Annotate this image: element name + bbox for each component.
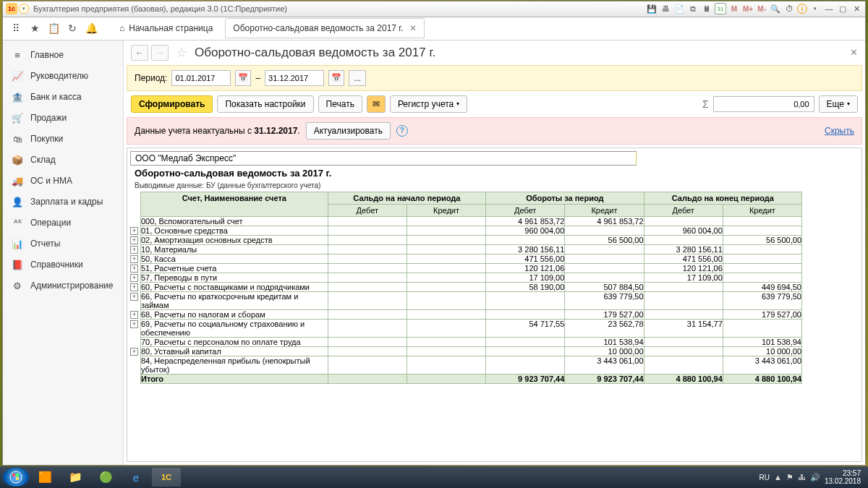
sidebar-item-7[interactable]: 👤Зарплата и кадры: [3, 192, 123, 213]
cell-to-dt: 54 717,55: [486, 319, 565, 337]
update-button[interactable]: Актуализировать: [306, 122, 391, 140]
help-icon[interactable]: ?: [396, 125, 408, 137]
expand-button[interactable]: +: [130, 274, 138, 282]
sidebar-item-8[interactable]: ᴬᴷОперации: [3, 213, 123, 234]
report-area[interactable]: ООО "Медлаб Экспресс" Оборотно-сальдовая…: [127, 147, 862, 462]
sidebar-item-3[interactable]: 🛒Продажи: [3, 108, 123, 129]
cell-to-kt: 507 884,50: [565, 282, 644, 291]
generate-button[interactable]: Сформировать: [131, 95, 213, 113]
tb-calc-icon[interactable]: 🖩: [701, 3, 712, 14]
show-settings-button[interactable]: Показать настройки: [217, 95, 313, 113]
tray-action-icon[interactable]: ⚑: [786, 473, 793, 482]
warning-bar: Данные учета неактуальны с 31.12.2017. А…: [127, 117, 862, 145]
sidebar-icon: 🚚: [12, 176, 23, 187]
report-tab[interactable]: Оборотно-сальдовая ведомость за 2017 г. …: [225, 18, 424, 38]
window-maximize-icon[interactable]: ▢: [837, 3, 848, 14]
tray-flag-icon[interactable]: ▲: [774, 473, 782, 481]
tray-sound-icon[interactable]: 🔊: [810, 473, 820, 482]
sidebar-label: Отчеты: [30, 239, 60, 249]
period-to-calendar-icon[interactable]: 📅: [328, 70, 344, 86]
tb-zoom-icon[interactable]: 🔍: [770, 3, 781, 14]
window-close-icon[interactable]: ✕: [851, 3, 862, 14]
cell-to-dt: [486, 291, 565, 309]
taskbar-media-icon[interactable]: 🟧: [30, 468, 59, 487]
tb-info-icon[interactable]: i: [797, 4, 807, 14]
nav-forward-button[interactable]: →: [151, 45, 169, 61]
taskbar-1c-icon[interactable]: 1C: [152, 468, 181, 487]
cell-total-label: Итого: [141, 374, 328, 383]
sidebar-item-11[interactable]: ⚙Администрирование: [3, 275, 123, 296]
expand-button[interactable]: +: [130, 265, 138, 273]
expand-button[interactable]: +: [130, 236, 138, 244]
tb-calendar-icon[interactable]: 31: [715, 3, 726, 14]
sidebar-item-1[interactable]: 📈Руководителю: [3, 66, 123, 87]
expand-button[interactable]: +: [130, 348, 138, 356]
cell-se-dt: 120 121,06: [644, 263, 723, 273]
expand-button[interactable]: +: [130, 311, 138, 319]
register-button[interactable]: Регистр учета ▾: [390, 95, 467, 113]
sidebar-item-10[interactable]: 📕Справочники: [3, 254, 123, 275]
history-icon[interactable]: ↻: [64, 20, 81, 37]
period-to-input[interactable]: [265, 70, 324, 86]
sidebar-icon: 📕: [12, 260, 23, 270]
bell-icon[interactable]: 🔔: [82, 20, 100, 37]
home-label: Начальная страница: [129, 23, 213, 33]
tb-dd-icon[interactable]: ▾: [809, 3, 821, 14]
favorite-star-icon[interactable]: ☆: [176, 45, 187, 61]
sidebar-item-5[interactable]: 📦Склад: [3, 150, 123, 171]
cell-to-dt: 17 109,00: [486, 273, 565, 282]
tb-clock-icon[interactable]: ⏱: [783, 3, 795, 14]
warning-text: Данные учета неактуальны с 31.12.2017.: [135, 126, 300, 136]
clipboard-icon[interactable]: 📋: [45, 20, 62, 37]
tab-close-icon[interactable]: ✕: [409, 23, 417, 33]
tb-m-plus-icon[interactable]: M+: [742, 3, 754, 14]
mail-button[interactable]: ✉: [367, 95, 386, 113]
taskbar-ie-icon[interactable]: e: [122, 468, 150, 487]
period-from-calendar-icon[interactable]: 📅: [235, 70, 251, 86]
taskbar-explorer-icon[interactable]: 📁: [61, 468, 90, 487]
period-picker-button[interactable]: ...: [349, 70, 366, 86]
app-menu-dropdown[interactable]: ▾: [19, 4, 29, 14]
more-button[interactable]: Еще ▾: [819, 95, 858, 113]
tb-m-minus-icon[interactable]: M-: [756, 3, 767, 14]
tb-compare-icon[interactable]: ⧉: [687, 3, 699, 14]
home-tab[interactable]: ⌂ Начальная страница: [111, 20, 221, 37]
expand-button[interactable]: +: [130, 246, 138, 254]
page-title: Оборотно-сальдовая ведомость за 2017 г.: [195, 46, 435, 60]
taskbar-chrome-icon[interactable]: 🟢: [91, 468, 120, 487]
tb-m-icon[interactable]: M: [728, 3, 740, 14]
cell-se-kt: [723, 263, 801, 273]
page-close-icon[interactable]: ✕: [850, 47, 858, 58]
apps-grid-icon[interactable]: ⠿: [7, 20, 25, 37]
tb-print-icon[interactable]: 🖶: [660, 3, 671, 14]
nav-back-button[interactable]: ←: [131, 45, 148, 61]
window-minimize-icon[interactable]: —: [823, 3, 835, 14]
sidebar-item-4[interactable]: 🛍Покупки: [3, 129, 123, 150]
sum-input[interactable]: [713, 96, 814, 112]
start-button[interactable]: [3, 468, 29, 487]
expand-button[interactable]: +: [130, 227, 138, 235]
print-button[interactable]: Печать: [318, 95, 362, 113]
cell-sb-kt: [407, 226, 485, 235]
cell-to-dt: 960 004,00: [486, 226, 565, 235]
sidebar-item-0[interactable]: ≡Главное: [3, 45, 123, 66]
sidebar-item-2[interactable]: 🏦Банк и касса: [3, 87, 123, 108]
tray-clock[interactable]: 23:57 13.02.2018: [825, 469, 861, 485]
sidebar-item-6[interactable]: 🚚ОС и НМА: [3, 171, 123, 192]
app-toolbar: ⠿ ★ 📋 ↻ 🔔 ⌂ Начальная страница Оборотно-…: [3, 17, 865, 40]
sidebar-icon: 📦: [12, 155, 23, 166]
expand-button[interactable]: +: [130, 293, 138, 301]
cell-to-dt: 120 121,06: [486, 263, 565, 273]
period-from-input[interactable]: [171, 70, 231, 86]
star-icon[interactable]: ★: [26, 20, 43, 37]
expand-button[interactable]: +: [130, 283, 138, 291]
tb-save-icon[interactable]: 💾: [646, 3, 658, 14]
tb-doc-icon[interactable]: 📄: [673, 3, 685, 14]
tray-network-icon[interactable]: 🖧: [798, 473, 806, 481]
chevron-down-icon: ▾: [847, 100, 850, 107]
expand-button[interactable]: +: [130, 320, 138, 328]
hide-link[interactable]: Скрыть: [825, 126, 854, 136]
sidebar-item-9[interactable]: 📊Отчеты: [3, 234, 123, 254]
expand-button[interactable]: +: [130, 255, 138, 263]
tray-lang[interactable]: RU: [760, 474, 770, 481]
